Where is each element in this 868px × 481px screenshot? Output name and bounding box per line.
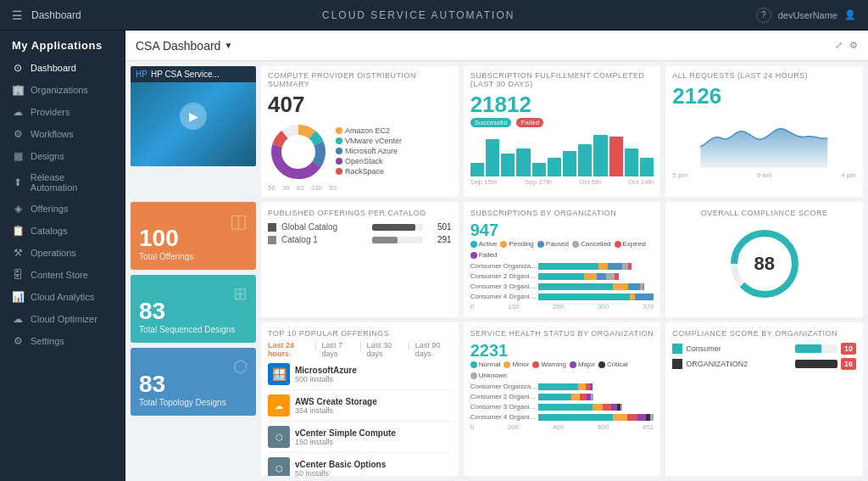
sidebar-item-organizations[interactable]: 🏢Organizations <box>0 79 125 101</box>
offerings-per-catalog-card: PUBLISHED OFFERINGS PER CATALOG Global C… <box>261 202 459 317</box>
subscr-card-title: SUBSCRIPTION FULFILLMENT COMPLETED (LAST… <box>470 71 654 88</box>
all-requests-card: ALL REQUESTS (LAST 24 HOURS) 2126 5 pm 9… <box>665 66 863 197</box>
dashboard-grid: HP HP CSA Service... ▶ COMPUTE PROVIDER … <box>125 61 868 481</box>
health-x-labels: 0 200 400 600 851 <box>470 423 654 431</box>
sidebar-item-operations[interactable]: ⚒Operations <box>0 242 125 264</box>
sidebar-item-content-store[interactable]: 🗄Content Store <box>0 264 125 286</box>
settings-icon: ⚙ <box>12 335 24 347</box>
health-rows: Consumer Organizatio... Consumer 2 Organ… <box>470 383 654 421</box>
suborg-rows: Consumer Organizatio... Consumer 2 Organ… <box>470 262 654 300</box>
failed-badge: Failed <box>516 118 543 127</box>
dashboard-settings-icon[interactable]: ⚙ <box>849 40 858 51</box>
health-total: 2231 <box>470 341 654 361</box>
dashboard-title: CSA Dashboard ▼ <box>136 39 232 53</box>
subscriptions-by-org-card: SUBSCRIPTIONS BY ORGANIZATION 947 Active… <box>464 202 661 317</box>
user-icon[interactable]: 👤 <box>844 9 856 20</box>
sidebar: My Applications ⊙Dashboard 🏢Organization… <box>0 31 125 481</box>
providers-icon: ☁ <box>12 106 24 118</box>
vcenter1-icon: ⬡ <box>268 426 290 448</box>
designs-tile: 83 Total Sequenced Designs ⊞ <box>131 275 256 343</box>
sidebar-item-optimizer[interactable]: ☁Cloud Optimizer <box>0 308 125 330</box>
filter-tab-90d[interactable]: Last 90 days <box>415 341 452 358</box>
compliance-title: OVERALL COMPLIANCE SCORE <box>701 209 828 217</box>
vcenter2-icon: ⬡ <box>268 457 290 476</box>
filter-tab-30d[interactable]: Last 30 days <box>367 341 403 358</box>
app-name: Dashboard <box>31 9 81 21</box>
catalogs-icon: 📋 <box>12 225 24 237</box>
video-card[interactable]: HP HP CSA Service... ▶ <box>131 66 256 166</box>
popular-card-title: TOP 10 POPULAR OFFERINGS <box>268 329 452 338</box>
filter-tab-7d[interactable]: Last 7 days <box>322 341 355 358</box>
sidebar-item-analytics[interactable]: 📊Cloud Analytics <box>0 286 125 308</box>
help-icon[interactable]: ? <box>756 8 771 23</box>
table-row: Consumer 2 Organizat... <box>470 393 654 400</box>
optimizer-icon: ☁ <box>12 313 24 325</box>
designs-icon: ▦ <box>12 150 24 162</box>
main-content: CSA Dashboard ▼ ⤢ ⚙ HP HP CSA Service...… <box>125 31 868 481</box>
dropdown-arrow-icon[interactable]: ▼ <box>224 41 232 50</box>
workflows-icon: ⚙ <box>12 128 24 140</box>
topology-tile: 83 Total Topology Designs ⬡ <box>131 348 256 416</box>
comporg-title: COMPLIANCE SCORE BY ORGANIZATION <box>672 329 856 338</box>
sidebar-header: My Applications <box>0 31 125 57</box>
username: devUserName <box>778 10 837 20</box>
table-row: Consumer 3 Organizat... <box>470 403 654 411</box>
suborg-title: SUBSCRIPTIONS BY ORGANIZATION <box>470 209 654 217</box>
expand-icon[interactable]: ⤢ <box>835 40 843 51</box>
play-button[interactable]: ▶ <box>180 103 207 130</box>
menu-icon[interactable]: ☰ <box>12 8 23 22</box>
sidebar-item-workflows[interactable]: ⚙Workflows <box>0 123 125 145</box>
table-row: Consumer 3 Organizat... <box>470 282 654 290</box>
donut-legend: Amazon EC2 VMware vCenter Microsoft Azur… <box>336 126 402 177</box>
app-title: CLOUD SERVICE AUTOMATION <box>322 9 515 21</box>
suborg-total: 947 <box>470 221 654 240</box>
list-item: ☁ AWS Create Storage 354 installs <box>268 394 452 422</box>
table-row: Consumer Organizatio... <box>470 262 654 270</box>
sidebar-item-dashboard[interactable]: ⊙Dashboard <box>0 57 125 79</box>
requests-card-title: ALL REQUESTS (LAST 24 HOURS) <box>672 71 856 80</box>
sidebar-item-settings[interactable]: ⚙Settings <box>0 330 125 352</box>
table-row: Consumer 2 Organizat... <box>470 272 654 280</box>
health-legend: Normal Minor Warning Major Critical Unkn… <box>470 361 654 379</box>
offerings-per-catalog-title: PUBLISHED OFFERINGS PER CATALOG <box>268 209 452 217</box>
table-row: ORGANIZATION2 16 <box>672 358 856 370</box>
list-item: ⬡ vCenter Basic Options 50 installs <box>268 457 452 476</box>
compliance-by-org-card: COMPLIANCE SCORE BY ORGANIZATION Consume… <box>665 322 863 476</box>
filter-tabs: Last 24 hours | Last 7 days | Last 30 da… <box>268 341 452 358</box>
subscription-fulfillment-card: SUBSCRIPTION FULFILLMENT COMPLETED (LAST… <box>464 66 661 197</box>
analytics-icon: 📊 <box>12 291 24 303</box>
offerings-tile: 100 Total Offerings ◫ <box>131 202 256 270</box>
comporg-val2: 16 <box>841 358 856 370</box>
sidebar-item-release[interactable]: ⬆Release Automation <box>0 167 125 198</box>
compliance-score-card: OVERALL COMPLIANCE SCORE 88 <box>665 202 863 317</box>
health-card-title: SERVICE HEALTH STATUS BY ORGANIZATION <box>470 329 654 338</box>
left-tiles-column: 100 Total Offerings ◫ 83 Total Sequenced… <box>131 202 256 476</box>
compute-provider-card: COMPUTE PROVIDER DISTRIBUTION SUMMARY 40… <box>261 66 459 197</box>
topbar: ☰ Dashboard CLOUD SERVICE AUTOMATION ? d… <box>0 0 868 31</box>
list-item: ⬡ vCenter Simple Compute 150 installs <box>268 426 452 453</box>
donut-chart <box>268 121 329 182</box>
sidebar-item-providers[interactable]: ☁Providers <box>0 101 125 123</box>
compliance-ring: 88 <box>726 226 803 302</box>
suborg-x-labels: 0 100 200 300 379 <box>470 303 654 310</box>
designs-label: Total Sequenced Designs <box>139 325 248 334</box>
subscr-x-labels: Sep 15th Sep 27th Oct 5th Oct 14th <box>470 178 654 186</box>
comporg-rows: Consumer 10 ORGANIZATION2 16 <box>672 343 856 370</box>
successful-badge: Successful <box>470 118 512 127</box>
list-item: Catalog 1 291 <box>268 235 452 244</box>
requests-x-labels: 5 pm 9 am 4 pm <box>672 171 856 179</box>
list-item: Global Catalog 501 <box>268 222 452 232</box>
requests-area-chart <box>672 113 856 168</box>
list-item: 🪟 MicrosoftAzure 500 installs <box>268 363 452 390</box>
table-row: Consumer 10 <box>672 343 856 355</box>
topology-label: Total Topology Designs <box>139 398 248 407</box>
sidebar-item-catalogs[interactable]: 📋Catalogs <box>0 220 125 242</box>
filter-tab-24h[interactable]: Last 24 hours <box>268 341 309 358</box>
sidebar-item-offerings[interactable]: ◈Offerings <box>0 198 125 220</box>
subscr-bar-chart <box>470 130 654 176</box>
video-title: HP HP CSA Service... <box>131 66 256 82</box>
aws-icon: ☁ <box>268 394 290 417</box>
service-health-card: SERVICE HEALTH STATUS BY ORGANIZATION 22… <box>464 322 661 476</box>
sidebar-item-designs[interactable]: ▦Designs <box>0 145 125 167</box>
designs-tile-icon: ⊞ <box>233 283 248 304</box>
